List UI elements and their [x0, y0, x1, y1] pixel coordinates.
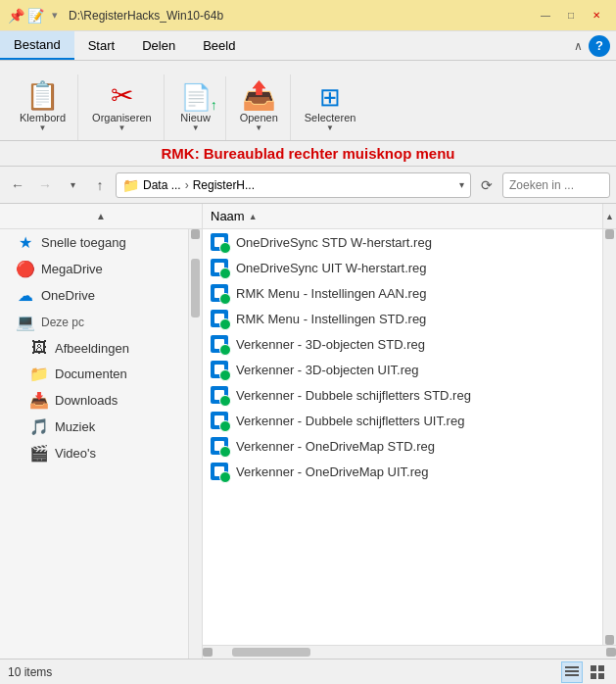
- file-name-5: Verkenner - 3D-objecten STD.reg: [236, 337, 425, 352]
- sidebar-scroll-thumb: [191, 259, 200, 318]
- file-item-9[interactable]: Verkenner - OneDriveMap STD.reg: [203, 433, 602, 459]
- sidebar-item-videos[interactable]: 🎬 Video's: [0, 440, 188, 466]
- file-vscroll-up-btn[interactable]: [605, 229, 614, 239]
- selecteren-label: Selecteren: [305, 112, 356, 123]
- dropdown-recent-button[interactable]: ▾: [61, 173, 84, 197]
- close-button[interactable]: ✕: [585, 4, 608, 27]
- ribbon-group-klembord: 📋 Klembord ▼: [8, 74, 78, 140]
- dash-icon: ▾: [47, 8, 63, 24]
- address-bar: ← → ▾ ↑ 📁 Data ... › RegisterH... ▾ ⟳: [0, 167, 616, 204]
- details-view-button[interactable]: [561, 661, 583, 683]
- file-item-5[interactable]: Verkenner - 3D-objecten STD.reg: [203, 331, 602, 357]
- ribbon-group-selecteren: ⊞ Selecteren ▼: [293, 76, 368, 140]
- documents-icon: 📁: [29, 365, 49, 383]
- sidebar-item-deze-pc[interactable]: 💻 Deze pc: [0, 309, 188, 335]
- svg-rect-6: [598, 673, 604, 679]
- file-item-1[interactable]: OneDriveSync STD W-herstart.reg: [203, 229, 602, 255]
- file-items-container: OneDriveSync STD W-herstart.reg OneDrive…: [203, 229, 602, 645]
- column-headers-row: ▲ Naam ▲ ▲: [0, 204, 616, 229]
- file-vscroll-down-btn[interactable]: [605, 635, 614, 645]
- sidebar-scroll-up-btn[interactable]: [191, 229, 200, 239]
- reg-file-icon-8: [211, 412, 228, 429]
- sidebar-scrollbar[interactable]: [188, 229, 202, 659]
- reg-file-icon-1: [211, 233, 228, 251]
- reg-file-icon-6: [211, 361, 228, 378]
- sidebar-item-muziek[interactable]: 🎵 Muziek: [0, 414, 188, 440]
- file-item-4[interactable]: RMK Menu - Instellingen STD.reg: [203, 306, 602, 331]
- file-name-1: OneDriveSync STD W-herstart.reg: [236, 235, 432, 250]
- file-item-6[interactable]: Verkenner - 3D-objecten UIT.reg: [203, 357, 602, 382]
- file-name-10: Verkenner - OneDriveMap UIT.reg: [236, 464, 429, 479]
- sidebar-label-megadrive: MegaDrive: [41, 262, 103, 276]
- forward-button[interactable]: →: [33, 173, 57, 197]
- klembord-arrow: ▼: [39, 123, 47, 132]
- menu-item-start[interactable]: Start: [74, 31, 128, 60]
- sidebar-label-muziek: Muziek: [55, 419, 95, 434]
- reg-file-icon-3: [211, 284, 228, 302]
- reg-file-icon-7: [211, 386, 228, 404]
- menu-item-bestand[interactable]: Bestand: [0, 31, 74, 60]
- ribbon-klembord-button[interactable]: 📋 Klembord ▼: [14, 78, 71, 136]
- sidebar-item-downloads[interactable]: 📥 Downloads: [0, 387, 188, 414]
- sidebar-items: ★ Snelle toegang 🔴 MegaDrive ☁ OneDrive …: [0, 229, 188, 659]
- menu-item-delen[interactable]: Delen: [128, 31, 189, 60]
- ribbon-organiseren-button[interactable]: ✂ Organiseren ▼: [86, 78, 158, 136]
- menu-bar-right: ∧ ?: [574, 35, 616, 57]
- ribbon-group-organiseren: ✂ Organiseren ▼: [80, 74, 165, 140]
- ribbon-nieuw-button[interactable]: 📄↑ Nieuw ▼: [172, 80, 219, 136]
- file-item-3[interactable]: RMK Menu - Instellingen AAN.reg: [203, 280, 602, 306]
- up-button[interactable]: ↑: [88, 173, 112, 197]
- open-icon: 📤: [242, 82, 276, 110]
- sidebar-label-documenten: Documenten: [55, 366, 127, 381]
- sidebar-item-documenten[interactable]: 📁 Documenten: [0, 361, 188, 387]
- ribbon-selecteren-button[interactable]: ⊞ Selecteren ▼: [299, 80, 362, 136]
- star-icon: ★: [16, 233, 35, 252]
- file-list-hscrollbar[interactable]: [203, 645, 616, 659]
- sidebar-label-downloads: Downloads: [55, 393, 118, 408]
- column-header-naam[interactable]: Naam ▲: [203, 204, 602, 228]
- ribbon-openen-button[interactable]: 📤 Openen ▼: [234, 78, 284, 136]
- back-button[interactable]: ←: [6, 173, 29, 197]
- hscroll-thumb: [232, 648, 310, 657]
- sidebar-item-snelle-toegang[interactable]: ★ Snelle toegang: [0, 229, 188, 256]
- banner-text: RMK: Bureaublad rechter muisknop menu: [161, 145, 454, 162]
- svg-rect-4: [598, 665, 604, 671]
- sidebar-item-onedrive[interactable]: ☁ OneDrive: [0, 282, 188, 309]
- refresh-button[interactable]: ⟳: [475, 173, 498, 197]
- details-view-icon: [565, 665, 579, 679]
- address-field[interactable]: 📁 Data ... › RegisterH... ▾: [116, 172, 471, 198]
- nieuw-arrow: ▼: [192, 123, 200, 132]
- minimize-button[interactable]: —: [534, 4, 557, 27]
- file-item-8[interactable]: Verkenner - Dubbele schijfletters UIT.re…: [203, 408, 602, 433]
- collapse-ribbon-button[interactable]: ∧: [574, 39, 583, 53]
- scroll-up-button[interactable]: ▲: [602, 204, 616, 228]
- large-icon-view-button[interactable]: [587, 661, 608, 683]
- file-list-vscrollbar[interactable]: [602, 229, 616, 645]
- status-bar: 10 items: [0, 659, 616, 684]
- search-input[interactable]: [502, 172, 610, 198]
- menu-item-beeld[interactable]: Beeld: [189, 31, 249, 60]
- address-separator: ›: [185, 178, 189, 192]
- address-dropdown-button[interactable]: ▾: [459, 179, 464, 190]
- address-folder-icon: 📁: [122, 177, 139, 193]
- sidebar: ★ Snelle toegang 🔴 MegaDrive ☁ OneDrive …: [0, 229, 203, 659]
- notepad-icon: 📝: [27, 8, 43, 24]
- hscroll-left-btn[interactable]: [203, 648, 213, 657]
- reg-file-icon-2: [211, 259, 228, 276]
- file-scroll-area: OneDriveSync STD W-herstart.reg OneDrive…: [203, 229, 616, 645]
- address-part1: Data ...: [143, 178, 181, 192]
- sidebar-label-deze-pc: Deze pc: [41, 316, 84, 329]
- sidebar-item-megadrive[interactable]: 🔴 MegaDrive: [0, 256, 188, 282]
- hscroll-right-btn[interactable]: [606, 648, 616, 657]
- scissors-icon: ✂: [111, 82, 133, 110]
- file-item-7[interactable]: Verkenner - Dubbele schijfletters STD.re…: [203, 382, 602, 408]
- file-item-2[interactable]: OneDriveSync UIT W-herstart.reg: [203, 255, 602, 280]
- klembord-label: Klembord: [20, 112, 66, 123]
- maximize-button[interactable]: □: [559, 4, 583, 27]
- file-item-10[interactable]: Verkenner - OneDriveMap UIT.reg: [203, 459, 602, 484]
- sidebar-item-afbeeldingen[interactable]: 🖼 Afbeeldingen: [0, 335, 188, 361]
- help-button[interactable]: ?: [589, 35, 610, 57]
- openen-arrow: ▼: [255, 123, 262, 132]
- title-bar: 📌 📝 ▾ D:\RegisterHacks_Win10-64b — □ ✕: [0, 0, 616, 31]
- main-content: ★ Snelle toegang 🔴 MegaDrive ☁ OneDrive …: [0, 229, 616, 659]
